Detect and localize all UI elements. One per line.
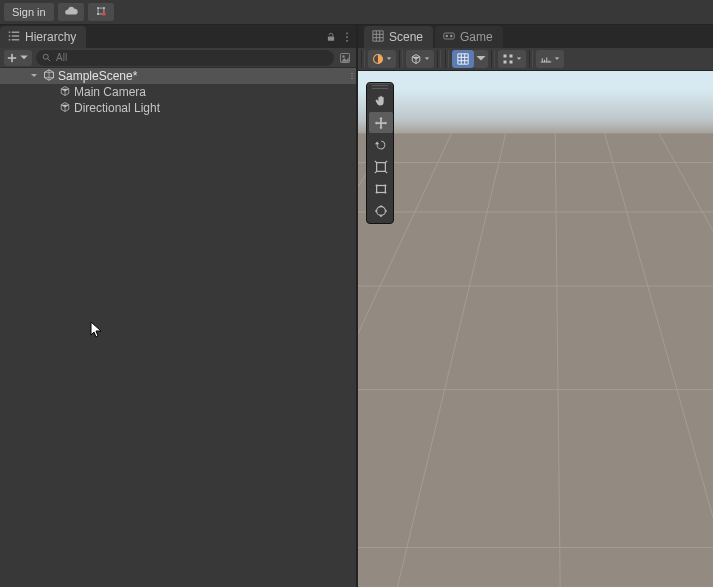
services-button[interactable] (88, 3, 114, 21)
panel-menu-icon[interactable] (342, 31, 352, 45)
chevron-down-icon (554, 56, 560, 62)
services-icon (94, 4, 108, 21)
sceneview-tabbar: Scene Game (358, 25, 713, 48)
render-mode-dropdown[interactable] (406, 50, 434, 68)
svg-line-40 (555, 133, 560, 587)
svg-point-20 (351, 73, 352, 74)
tab-scene[interactable]: Scene (364, 26, 433, 48)
svg-point-25 (450, 34, 452, 36)
hierarchy-tab-label: Hierarchy (25, 30, 76, 44)
vr-headset-icon (443, 30, 455, 45)
scale-tool-button[interactable] (369, 156, 393, 177)
grid-dropdown[interactable] (474, 50, 488, 68)
scale-icon (374, 160, 388, 174)
grid-toggle[interactable] (452, 50, 474, 68)
search-input[interactable] (56, 52, 328, 63)
draw-mode-dropdown[interactable] (368, 50, 396, 68)
svg-point-24 (446, 34, 448, 36)
create-button[interactable] (4, 50, 32, 66)
tab-game[interactable]: Game (435, 26, 503, 48)
hierarchy-tree[interactable]: SampleScene* Main Camera Directional Lig… (0, 68, 356, 587)
game-tab-label: Game (460, 30, 493, 44)
svg-point-45 (376, 184, 378, 186)
svg-rect-27 (504, 55, 507, 58)
svg-rect-23 (444, 33, 455, 39)
svg-point-49 (377, 206, 386, 215)
increment-snap-dropdown[interactable] (536, 50, 564, 68)
svg-rect-28 (510, 55, 513, 58)
svg-rect-6 (12, 31, 20, 33)
svg-point-47 (376, 191, 378, 193)
manipulation-toolbar[interactable] (366, 82, 394, 224)
gameobject-row[interactable]: Directional Light (0, 100, 356, 116)
tab-hierarchy[interactable]: Hierarchy (0, 26, 86, 48)
svg-line-39 (397, 133, 505, 587)
rotate-icon (374, 138, 388, 152)
svg-rect-5 (9, 31, 11, 33)
rect-icon (374, 182, 388, 196)
search-by-type-button[interactable] (338, 51, 352, 65)
svg-line-42 (659, 133, 713, 587)
chevron-down-icon (516, 56, 522, 62)
panel-lock-icon[interactable] (326, 31, 336, 45)
hand-icon (374, 94, 388, 108)
chevron-down-icon (475, 53, 487, 65)
svg-point-13 (346, 36, 348, 38)
hierarchy-panel: Hierarchy (0, 25, 358, 587)
svg-rect-29 (504, 61, 507, 64)
hierarchy-search[interactable] (36, 50, 334, 66)
viewport-ground (358, 133, 713, 587)
scene-grid-icon (372, 30, 384, 45)
scene-viewport[interactable] (358, 71, 713, 587)
svg-point-17 (43, 54, 48, 59)
hierarchy-list-icon (8, 30, 20, 45)
gameobject-label: Directional Light (74, 101, 160, 115)
cloud-button[interactable] (58, 3, 84, 21)
foldout-icon[interactable] (28, 70, 40, 82)
hand-tool-button[interactable] (369, 90, 393, 111)
svg-rect-30 (510, 61, 513, 64)
move-tool-button[interactable] (369, 112, 393, 133)
unity-logo-icon (43, 69, 55, 84)
svg-point-12 (346, 32, 348, 34)
scene-tab-label: Scene (389, 30, 423, 44)
svg-point-19 (342, 55, 344, 57)
snap-dropdown[interactable] (498, 50, 526, 68)
svg-point-48 (384, 191, 386, 193)
svg-rect-43 (377, 162, 386, 171)
chevron-down-icon (386, 56, 392, 62)
cloud-icon (64, 4, 78, 21)
scene-label: SampleScene* (58, 69, 137, 83)
viewport-sky (358, 71, 713, 133)
toolbar-drag-handle[interactable] (369, 85, 391, 89)
svg-point-2 (97, 12, 99, 14)
scene-context-button[interactable] (351, 68, 353, 84)
svg-rect-7 (9, 35, 11, 37)
search-icon (42, 53, 52, 63)
svg-point-22 (351, 78, 352, 79)
svg-rect-9 (9, 39, 11, 41)
chevron-down-icon (19, 53, 29, 63)
hierarchy-toolbar (0, 48, 356, 68)
sceneview-panel: Scene Game (358, 25, 713, 587)
top-toolbar: Sign in (0, 0, 713, 25)
transform-tool-button[interactable] (369, 200, 393, 221)
rotate-tool-button[interactable] (369, 134, 393, 155)
rect-tool-button[interactable] (369, 178, 393, 199)
svg-rect-8 (12, 35, 20, 37)
svg-rect-10 (12, 39, 20, 41)
signin-button[interactable]: Sign in (4, 3, 54, 21)
plus-icon (7, 53, 17, 63)
gameobject-row[interactable]: Main Camera (0, 84, 356, 100)
move-icon (374, 116, 388, 130)
svg-rect-44 (377, 185, 386, 192)
gameobject-cube-icon (59, 101, 71, 116)
scene-row[interactable]: SampleScene* (0, 68, 356, 84)
transform-icon (374, 204, 388, 218)
scene-toolbar (358, 48, 713, 71)
svg-point-21 (351, 75, 352, 76)
gameobject-cube-icon (59, 85, 71, 100)
svg-point-14 (346, 40, 348, 42)
chevron-down-icon (424, 56, 430, 62)
svg-point-46 (384, 184, 386, 186)
